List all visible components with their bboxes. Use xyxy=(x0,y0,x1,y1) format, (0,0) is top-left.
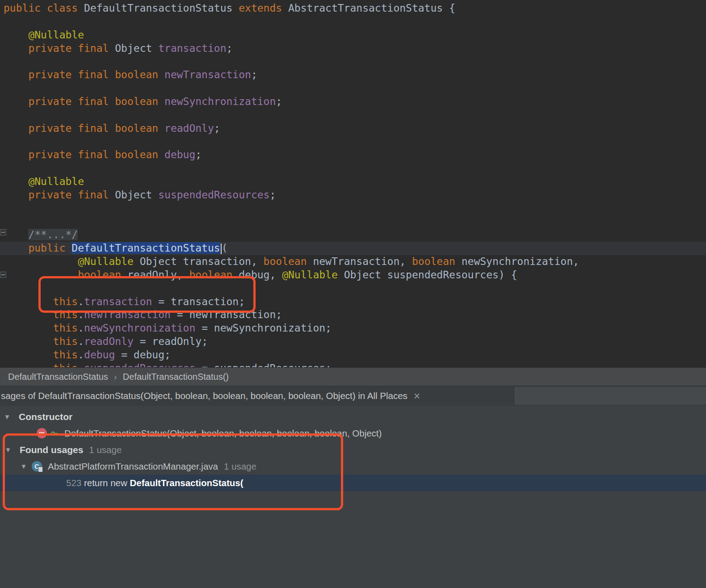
code-line: public class DefaultTransactionStatus ex… xyxy=(0,2,706,15)
breadcrumb-item-class[interactable]: DefaultTransactionStatus xyxy=(8,372,108,382)
chevron-down-icon[interactable]: ▼ xyxy=(20,462,27,470)
tree-item-constructor[interactable]: m DefaultTransactionStatus(Object, boole… xyxy=(0,425,706,441)
fold-marker-icon[interactable] xyxy=(0,229,6,235)
tree-item-file[interactable]: ▼ C AbstractPlatformTransactionManager.j… xyxy=(0,458,706,475)
code-line xyxy=(0,82,706,95)
constructor-group-label: Constructor xyxy=(19,412,72,422)
usage-code-text: return new xyxy=(81,478,130,488)
chevron-down-icon[interactable]: ▼ xyxy=(4,413,11,420)
code-line: private final boolean newSynchronization… xyxy=(0,95,706,109)
public-key-icon xyxy=(50,429,59,437)
code-line: boolean readOnly, boolean debug, @Nullab… xyxy=(0,269,706,282)
breadcrumb-item-method[interactable]: DefaultTransactionStatus() xyxy=(123,372,229,382)
file-usage-count: 1 usage xyxy=(224,461,256,472)
found-usages-count: 1 usage xyxy=(89,445,122,455)
code-line: private final Object suspendedResources; xyxy=(0,189,706,202)
code-line xyxy=(0,15,706,29)
breadcrumb-separator-icon: › xyxy=(114,371,117,382)
code-line: private final boolean newTransaction; xyxy=(0,68,706,82)
code-line: this.debug = debug; xyxy=(0,349,706,362)
usages-header-right-panel xyxy=(514,387,706,405)
code-line: private final boolean debug; xyxy=(0,148,706,162)
constructor-signature-label: DefaultTransactionStatus(Object, boolean… xyxy=(64,428,382,439)
code-line: public DefaultTransactionStatus( xyxy=(0,242,706,255)
file-name-label: AbstractPlatformTransactionManager.java xyxy=(48,461,218,472)
tree-group-constructor[interactable]: ▼ Constructor xyxy=(0,408,706,425)
code-line xyxy=(0,215,706,229)
class-file-icon: C xyxy=(32,461,42,471)
code-line xyxy=(0,202,706,215)
close-icon[interactable]: × xyxy=(414,391,420,400)
code-line: private final Object transaction; xyxy=(0,42,706,55)
code-line xyxy=(0,109,706,122)
usage-result-row[interactable]: 523 return new DefaultTransactionStatus( xyxy=(0,475,706,491)
code-line xyxy=(0,55,706,68)
method-icon: m xyxy=(37,428,47,438)
found-usages-label: Found usages xyxy=(20,445,83,455)
code-line: this.newTransaction = newTransaction; xyxy=(0,308,706,322)
code-line xyxy=(0,162,706,175)
chevron-down-icon[interactable]: ▼ xyxy=(4,446,12,454)
code-line: /**...*/ xyxy=(0,228,706,242)
usages-tree: ▼ Constructor m DefaultTransactionStatus… xyxy=(0,406,706,588)
usage-line-number: 523 xyxy=(66,478,81,488)
code-line xyxy=(0,282,706,295)
code-line: this.suspendedResources = suspendedResou… xyxy=(0,362,706,367)
code-line: this.newSynchronization = newSynchroniza… xyxy=(0,322,706,335)
code-line: @Nullable xyxy=(0,175,706,189)
code-line: @Nullable xyxy=(0,29,706,42)
code-line xyxy=(0,135,706,148)
code-line: this.transaction = transaction; xyxy=(0,295,706,309)
code-line: @Nullable Object transaction, boolean ne… xyxy=(0,255,706,269)
fold-marker-icon-2[interactable] xyxy=(0,272,6,278)
usage-code-highlight: DefaultTransactionStatus( xyxy=(130,478,243,488)
file-badge-icon xyxy=(38,466,43,472)
tree-group-found-usages[interactable]: ▼ Found usages 1 usage xyxy=(0,441,706,458)
code-line: private final boolean readOnly; xyxy=(0,122,706,135)
usages-header-title: sages of DefaultTransactionStatus(Object… xyxy=(0,391,408,401)
code-area: public class DefaultTransactionStatus ex… xyxy=(0,2,706,367)
code-editor[interactable]: public class DefaultTransactionStatus ex… xyxy=(0,0,706,367)
code-line: this.readOnly = readOnly; xyxy=(0,335,706,349)
breadcrumb: DefaultTransactionStatus › DefaultTransa… xyxy=(0,367,706,386)
